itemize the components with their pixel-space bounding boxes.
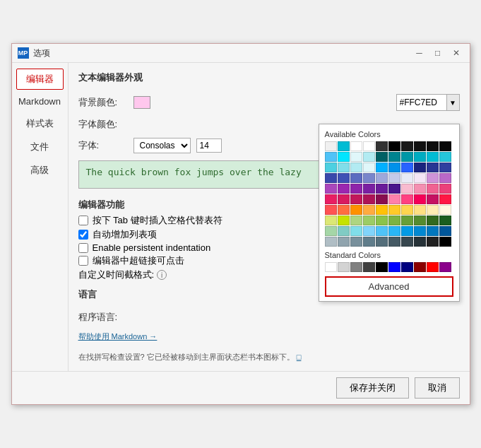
color-cell[interactable]: [350, 216, 362, 225]
move-notice-link[interactable]: □: [297, 353, 302, 361]
color-cell[interactable]: [388, 152, 400, 162]
color-cell[interactable]: [388, 194, 400, 204]
color-cell[interactable]: [350, 184, 362, 194]
color-cell[interactable]: [401, 216, 413, 225]
color-dropdown-arrow[interactable]: ▼: [446, 95, 459, 110]
sidebar-item-advanced[interactable]: 高级: [16, 160, 64, 181]
color-cell[interactable]: [338, 184, 350, 194]
color-cell[interactable]: [363, 163, 375, 172]
color-cell[interactable]: [350, 152, 362, 162]
color-cell[interactable]: [363, 194, 375, 204]
sidebar-item-markdown[interactable]: Markdown: [16, 92, 64, 111]
color-cell[interactable]: [439, 152, 451, 162]
maximize-button[interactable]: □: [430, 47, 446, 59]
color-cell[interactable]: [427, 237, 439, 247]
color-cell[interactable]: [414, 141, 426, 151]
tab-spaces-checkbox[interactable]: [78, 216, 88, 225]
color-cell[interactable]: [414, 237, 426, 247]
color-cell[interactable]: [376, 163, 388, 172]
standard-color-cell[interactable]: [325, 262, 337, 272]
color-cell[interactable]: [388, 216, 400, 225]
advanced-button[interactable]: Advanced: [325, 276, 453, 297]
color-cell[interactable]: [363, 205, 375, 215]
persistent-indent-checkbox[interactable]: [78, 243, 88, 253]
color-cell[interactable]: [439, 216, 451, 225]
color-cell[interactable]: [376, 184, 388, 194]
color-hex-input[interactable]: [397, 96, 446, 109]
color-cell[interactable]: [427, 152, 439, 162]
color-cell[interactable]: [388, 184, 400, 194]
color-cell[interactable]: [325, 173, 337, 183]
color-cell[interactable]: [338, 194, 350, 204]
sidebar-item-file[interactable]: 文件: [16, 136, 64, 158]
color-cell[interactable]: [363, 173, 375, 183]
color-cell[interactable]: [401, 194, 413, 204]
color-cell[interactable]: [325, 205, 337, 215]
color-cell[interactable]: [414, 173, 426, 183]
color-cell[interactable]: [338, 226, 350, 236]
color-cell[interactable]: [350, 237, 362, 247]
color-cell[interactable]: [338, 141, 350, 151]
color-cell[interactable]: [414, 205, 426, 215]
color-cell[interactable]: [338, 205, 350, 215]
save-close-button[interactable]: 保存并关闭: [336, 377, 409, 399]
color-cell[interactable]: [376, 237, 388, 247]
font-size-input[interactable]: [196, 138, 222, 153]
standard-color-cell[interactable]: [414, 262, 426, 272]
color-cell[interactable]: [376, 205, 388, 215]
color-cell[interactable]: [414, 163, 426, 172]
color-cell[interactable]: [439, 205, 451, 215]
color-cell[interactable]: [439, 226, 451, 236]
color-cell[interactable]: [338, 163, 350, 172]
color-cell[interactable]: [414, 152, 426, 162]
color-cell[interactable]: [325, 141, 337, 151]
color-cell[interactable]: [401, 226, 413, 236]
color-cell[interactable]: [325, 237, 337, 247]
color-cell[interactable]: [414, 216, 426, 225]
color-cell[interactable]: [363, 226, 375, 236]
color-cell[interactable]: [363, 216, 375, 225]
bg-color-preview[interactable]: [133, 96, 150, 109]
color-cell[interactable]: [338, 173, 350, 183]
color-cell[interactable]: [439, 237, 451, 247]
color-cell[interactable]: [388, 205, 400, 215]
color-cell[interactable]: [388, 237, 400, 247]
color-cell[interactable]: [350, 194, 362, 204]
color-cell[interactable]: [376, 152, 388, 162]
standard-color-cell[interactable]: [388, 262, 400, 272]
standard-color-cell[interactable]: [363, 262, 375, 272]
standard-color-cell[interactable]: [338, 262, 350, 272]
sidebar-item-editor[interactable]: 编辑器: [16, 69, 64, 90]
color-cell[interactable]: [338, 237, 350, 247]
standard-color-cell[interactable]: [376, 262, 388, 272]
standard-color-cell[interactable]: [401, 262, 413, 272]
standard-color-cell[interactable]: [439, 262, 451, 272]
info-icon[interactable]: i: [157, 270, 167, 280]
color-cell[interactable]: [325, 163, 337, 172]
color-cell[interactable]: [363, 141, 375, 151]
color-cell[interactable]: [414, 184, 426, 194]
color-cell[interactable]: [350, 205, 362, 215]
color-cell[interactable]: [363, 184, 375, 194]
color-cell[interactable]: [376, 173, 388, 183]
color-cell[interactable]: [401, 141, 413, 151]
color-cell[interactable]: [401, 184, 413, 194]
color-cell[interactable]: [388, 226, 400, 236]
standard-color-cell[interactable]: [350, 262, 362, 272]
color-cell[interactable]: [325, 152, 337, 162]
color-cell[interactable]: [338, 152, 350, 162]
standard-color-cell[interactable]: [427, 262, 439, 272]
color-cell[interactable]: [325, 184, 337, 194]
color-cell[interactable]: [427, 226, 439, 236]
color-cell[interactable]: [427, 194, 439, 204]
color-cell[interactable]: [350, 163, 362, 172]
color-cell[interactable]: [350, 226, 362, 236]
color-cell[interactable]: [439, 184, 451, 194]
help-link[interactable]: 帮助使用 Markdown →: [78, 332, 158, 341]
color-cell[interactable]: [338, 216, 350, 225]
color-cell[interactable]: [414, 194, 426, 204]
color-cell[interactable]: [439, 194, 451, 204]
color-cell[interactable]: [427, 184, 439, 194]
color-cell[interactable]: [439, 141, 451, 151]
color-cell[interactable]: [376, 194, 388, 204]
